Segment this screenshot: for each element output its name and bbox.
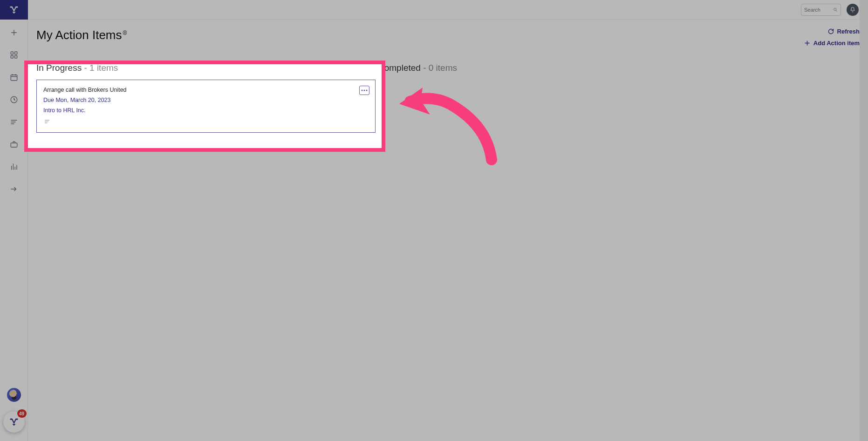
search-icon [833,7,838,13]
more-icon [361,89,368,91]
nav-briefcase-icon[interactable] [5,135,23,154]
refresh-label: Refresh [837,28,860,35]
action-item-card[interactable]: Arrange call with Brokers United Due Mon… [36,80,376,133]
completed-count: - 0 items [423,63,457,73]
add-action-item-button[interactable]: Add Action item [804,40,860,47]
completed-label: Completed [378,63,421,73]
nav-arrow-right-icon[interactable] [5,180,23,198]
in-progress-column: In Progress - 1 items Arrange call with … [28,58,382,142]
nav-dashboard-icon[interactable] [5,46,23,64]
in-progress-label: In Progress [36,63,82,73]
svg-rect-1 [14,52,17,54]
notes-icon [43,118,369,127]
user-avatar[interactable] [7,388,21,402]
page-title: My Action Items ® [36,28,127,42]
action-item-title: Arrange call with Brokers United [43,87,369,93]
svg-rect-3 [14,56,17,58]
nav-analytics-icon[interactable] [5,157,23,176]
nav-list-icon[interactable] [5,113,23,131]
svg-point-10 [366,90,368,91]
page-title-text: My Action Items [36,28,122,42]
nav-clock-icon[interactable] [5,90,23,109]
svg-rect-2 [11,56,13,58]
completed-column: Completed - 0 items [371,58,464,84]
refresh-button[interactable]: Refresh [827,28,860,35]
svg-rect-0 [11,52,13,54]
page-title-trademark: ® [123,30,127,36]
nav-calendar-icon[interactable] [5,68,23,87]
refresh-icon [827,28,834,35]
action-item-menu-button[interactable] [359,86,369,95]
action-item-due: Due Mon, March 20, 2023 [43,97,369,103]
search-field[interactable] [801,4,841,16]
launcher-badge: 49 [17,409,27,418]
plus-icon [804,40,811,47]
svg-rect-6 [11,143,17,147]
add-action-item-label: Add Action item [813,40,860,47]
notifications-button[interactable] [847,4,859,16]
svg-point-8 [362,90,363,91]
action-item-related-link[interactable]: Intro to HRL Inc. [43,107,369,114]
nav-add-icon[interactable] [5,23,23,42]
search-input[interactable] [804,7,833,13]
in-progress-count: - 1 items [84,63,118,73]
app-logo[interactable] [0,0,28,20]
svg-point-9 [364,90,365,91]
svg-rect-4 [11,75,17,81]
topbar [28,0,868,20]
svg-point-7 [834,8,836,10]
launcher-button[interactable]: 49 [3,411,25,433]
sidebar: 49 [0,0,28,441]
